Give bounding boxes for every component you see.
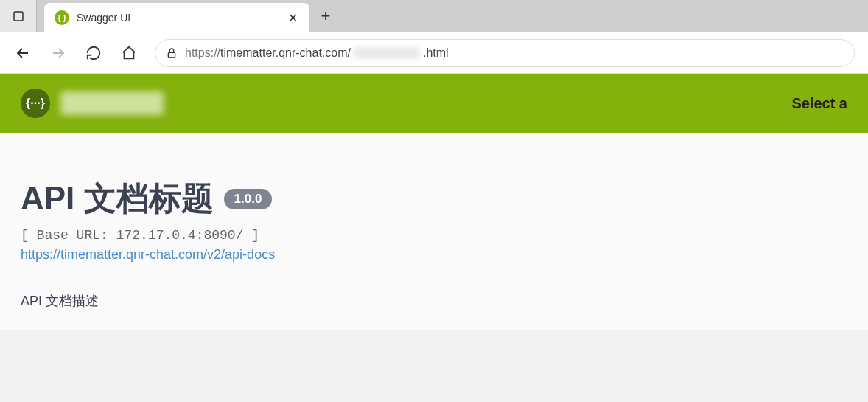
api-title: API 文档标题 xyxy=(21,177,214,221)
svg-rect-0 xyxy=(14,12,23,21)
url-scheme: https:// xyxy=(185,46,220,60)
tab-overview-button[interactable] xyxy=(0,0,37,32)
home-button[interactable] xyxy=(119,44,139,63)
refresh-button[interactable] xyxy=(84,44,103,63)
home-icon xyxy=(121,45,137,61)
arrow-right-icon xyxy=(49,44,67,62)
forward-button[interactable] xyxy=(49,44,68,63)
select-spec-label[interactable]: Select a xyxy=(791,95,847,112)
refresh-icon xyxy=(85,45,102,61)
address-text: https://timematter.qnr-chat.com/.html xyxy=(185,46,844,60)
browser-tab-active[interactable]: { } Swagger UI ✕ xyxy=(44,3,309,32)
arrow-left-icon xyxy=(14,44,32,62)
swagger-logo-icon: {···} xyxy=(21,89,50,118)
swagger-logo-text-obscured xyxy=(60,91,164,115)
tab-spacer xyxy=(37,0,44,32)
address-bar[interactable]: https://timematter.qnr-chat.com/.html xyxy=(155,39,855,67)
lock-icon xyxy=(166,47,178,59)
api-title-row: API 文档标题 1.0.0 xyxy=(21,177,847,221)
tab-title: Swagger UI xyxy=(77,12,279,24)
new-tab-button[interactable]: + xyxy=(309,0,342,32)
swagger-logo-wrap: {···} xyxy=(21,89,164,118)
api-base-url: [ Base URL: 172.17.0.4:8090/ ] xyxy=(21,228,847,243)
tabs-icon xyxy=(12,10,25,23)
api-description: API 文档描述 xyxy=(21,292,847,310)
swagger-content: API 文档标题 1.0.0 [ Base URL: 172.17.0.4:80… xyxy=(0,133,868,330)
url-suffix: .html xyxy=(423,46,449,60)
tab-close-button[interactable]: ✕ xyxy=(286,11,299,24)
api-version-badge: 1.0.0 xyxy=(224,189,273,209)
browser-tab-bar: { } Swagger UI ✕ + xyxy=(0,0,868,32)
browser-toolbar: https://timematter.qnr-chat.com/.html xyxy=(0,32,868,74)
url-host: timematter.qnr-chat.com/ xyxy=(220,46,351,60)
swagger-topbar: {···} Select a xyxy=(0,74,868,133)
svg-rect-1 xyxy=(168,52,175,58)
back-button[interactable] xyxy=(13,44,32,63)
api-docs-link[interactable]: https://timematter.qnr-chat.com/v2/api-d… xyxy=(21,247,275,263)
swagger-favicon-icon: { } xyxy=(55,10,69,25)
url-obscured-segment xyxy=(354,47,420,59)
